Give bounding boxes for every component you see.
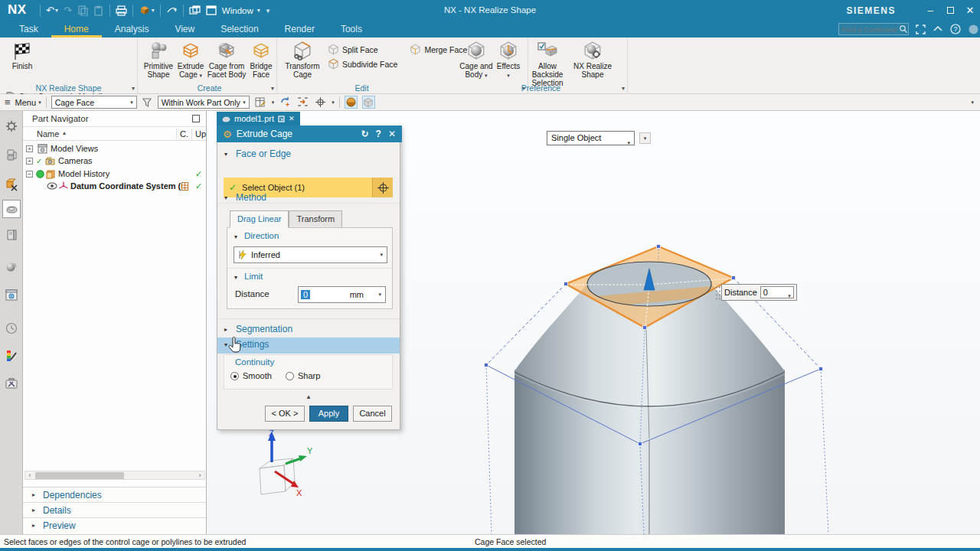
dropdown-arrow-icon[interactable]: ▾ — [332, 99, 335, 106]
part-navigator-icon[interactable] — [2, 200, 21, 218]
check-icon[interactable]: ✓ — [36, 157, 42, 165]
tree-row-model-history[interactable]: − Model History ✓ — [23, 168, 206, 180]
tab-analysis[interactable]: Analysis — [102, 21, 162, 37]
effects-button[interactable]: Effects▾ — [495, 40, 522, 84]
graphics-viewport[interactable]: model1.prt ✕ ⚙ Extrude Cage ↻ ? ✕ ▾ Face… — [207, 111, 980, 534]
undo-icon[interactable]: ↶▾ — [46, 3, 58, 18]
document-tab[interactable]: model1.prt ✕ — [217, 112, 300, 126]
shaded-sphere-toggle-icon[interactable] — [345, 96, 358, 109]
tools-toolbox-icon[interactable] — [2, 374, 21, 393]
tree-row-cameras[interactable]: + ✓ Cameras — [23, 155, 206, 167]
scroll-right-icon[interactable]: › — [195, 471, 204, 479]
tab-task[interactable]: Task — [6, 21, 51, 37]
tab-transform[interactable]: Transform — [289, 210, 342, 228]
redo-icon[interactable]: ↷ — [64, 3, 72, 18]
group-overflow-arrow[interactable]: ▾ — [132, 85, 135, 92]
smooth-radio[interactable]: Smooth — [230, 371, 272, 380]
tree-row-datum-csys[interactable]: Datum Coordinate System (0) ✓ — [23, 180, 206, 192]
roles-gear-icon[interactable] — [2, 117, 21, 135]
cage-from-facet-body-button[interactable]: Cage from Facet Body — [207, 40, 247, 84]
extrude-cage-dialog[interactable]: ⚙ Extrude Cage ↻ ? ✕ ▾ Face or Edge ✓ Se… — [217, 126, 400, 430]
tree-row-model-views[interactable]: + Model Views — [23, 142, 206, 155]
segmentation-section-header[interactable]: ▸ Segmentation — [217, 322, 400, 337]
cancel-button[interactable]: Cancel — [353, 406, 392, 422]
tab-tools[interactable]: Tools — [328, 21, 375, 37]
menu-button[interactable]: Menu▾ — [15, 98, 41, 107]
print-icon[interactable] — [116, 3, 127, 18]
close-tab-icon[interactable]: ✕ — [289, 115, 295, 122]
assembly-navigator-icon[interactable] — [2, 146, 21, 165]
details-section[interactable]: ▸ Details — [23, 502, 206, 517]
window-menu[interactable]: Window▾ — [222, 6, 260, 15]
extrude-cage-button[interactable]: Extrude Cage ▾ — [175, 40, 207, 84]
collapse-icon[interactable]: − — [26, 171, 33, 178]
qat-overflow-icon[interactable]: ▾ — [266, 3, 270, 18]
eye-icon[interactable] — [47, 182, 57, 190]
dropdown-arrow-icon[interactable]: ▾ — [272, 99, 275, 106]
web-browser-icon[interactable] — [2, 286, 21, 305]
dialog-reset-icon[interactable]: ↻ — [361, 129, 369, 139]
scroll-left-icon[interactable]: ‹ — [25, 471, 34, 479]
face-or-edge-section-header[interactable]: ▾ Face or Edge — [217, 147, 400, 162]
point-crosshair-icon[interactable] — [314, 96, 327, 109]
column-up[interactable]: Up — [195, 129, 206, 139]
find-command-box[interactable] — [838, 23, 909, 35]
tab-home[interactable]: Home — [51, 21, 102, 37]
direction-dropdown[interactable]: Inferred ▾ — [234, 246, 387, 263]
dropdown-arrow-icon[interactable]: ▾ — [378, 292, 381, 298]
split-face-button[interactable]: Split Face — [328, 42, 397, 57]
restore-window-icon[interactable] — [278, 116, 285, 122]
group-overflow-arrow[interactable]: ▾ — [622, 85, 625, 92]
column-c[interactable]: C. — [180, 129, 188, 139]
tab-selection[interactable]: Selection — [207, 21, 271, 37]
distance-input[interactable]: 0 mm ▾ — [298, 286, 386, 303]
undock-icon[interactable] — [192, 115, 200, 122]
drag-grip-icon[interactable] — [714, 284, 721, 301]
scope-options-arrow[interactable]: ▾ — [639, 132, 651, 144]
fullscreen-icon[interactable] — [916, 24, 926, 34]
dependencies-section[interactable]: ▸ Dependencies — [23, 487, 206, 502]
dialog-header[interactable]: ⚙ Extrude Cage ↻ ? ✕ — [217, 126, 402, 142]
tab-view[interactable]: View — [162, 21, 207, 37]
minimize-ribbon-icon[interactable] — [933, 26, 942, 32]
onscreen-distance-input[interactable]: 0 ▾ — [760, 286, 794, 298]
snap-point-options-icon[interactable] — [254, 96, 267, 109]
settings-section-header[interactable]: ▾ Settings — [217, 337, 400, 354]
type-filter-combo[interactable]: Cage Face▾ — [51, 96, 137, 109]
tab-drag-linear[interactable]: Drag Linear — [230, 210, 289, 228]
method-section-header[interactable]: ▾ Method — [217, 191, 400, 206]
help-icon[interactable]: ? — [950, 24, 961, 34]
dialog-help-icon[interactable]: ? — [376, 129, 381, 139]
sort-asc-icon[interactable]: ▴ — [63, 129, 66, 136]
new-window-icon[interactable] — [206, 3, 217, 18]
tab-render[interactable]: Render — [272, 21, 328, 37]
selection-scope-combo[interactable]: Within Work Part Only▾ — [158, 96, 250, 109]
expand-icon[interactable]: + — [26, 158, 33, 165]
horizontal-scrollbar[interactable]: ‹ › — [24, 471, 205, 480]
constraint-navigator-icon[interactable] — [2, 175, 21, 194]
allow-backside-selection-button[interactable]: Allow Backside Selection — [522, 40, 573, 84]
ok-button[interactable]: < OK > — [265, 406, 305, 422]
onscreen-distance-box[interactable]: Distance 0 ▾ — [714, 284, 797, 301]
nx-realize-shape-pref-button[interactable]: NX Realize Shape — [573, 40, 612, 84]
minimize-button[interactable]: – — [920, 0, 940, 21]
bridge-face-button[interactable]: Bridge Face — [247, 40, 276, 84]
finish-button[interactable]: Finish — [5, 40, 40, 84]
filter-funnel-icon[interactable] — [142, 97, 153, 108]
enclosing-region-icon[interactable] — [296, 96, 309, 109]
internet-sphere-icon[interactable] — [2, 258, 21, 276]
transform-cage-button[interactable]: Transform Cage — [283, 40, 322, 84]
preview-section[interactable]: ▸ Preview — [23, 517, 206, 534]
create-interpart-link-icon[interactable]: + — [279, 96, 292, 109]
history-clock-icon[interactable] — [2, 319, 21, 337]
reuse-library-icon[interactable] — [2, 226, 21, 244]
touch-mode-icon[interactable] — [166, 3, 178, 18]
maximize-button[interactable] — [940, 0, 960, 21]
selection-scope-dropdown[interactable]: Single Object ▾ — [547, 131, 635, 145]
scrollbar-thumb[interactable] — [35, 472, 124, 479]
column-name[interactable]: Name — [37, 129, 59, 139]
find-command-input[interactable] — [839, 25, 899, 34]
visual-reports-palette-icon[interactable] — [2, 347, 21, 365]
wireframe-cube-toggle-icon[interactable] — [362, 96, 375, 109]
subdivide-face-button[interactable]: Subdivide Face — [328, 57, 397, 71]
